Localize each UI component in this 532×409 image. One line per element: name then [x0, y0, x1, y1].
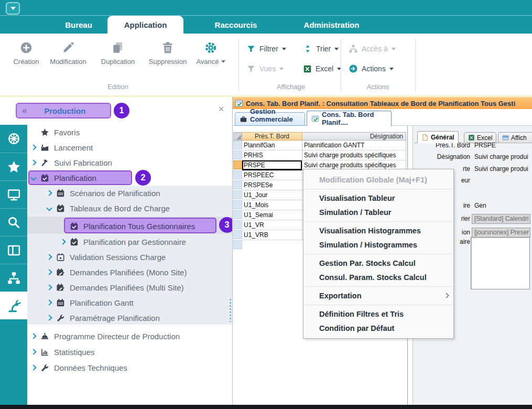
close-icon[interactable]: × — [215, 103, 227, 115]
chevron-right-icon[interactable] — [30, 364, 36, 370]
modification-button[interactable]: Modification — [45, 41, 92, 66]
menu-item-modification-globale[interactable]: Modification Globale (Maj+F1) — [303, 173, 453, 187]
cell-code[interactable]: U1_VRB — [242, 230, 302, 240]
tree-item-lancement[interactable]: Lancement — [27, 141, 232, 154]
tree-item-planification-gantt[interactable]: Planification Gantt — [27, 296, 232, 309]
select-all-cell[interactable] — [233, 132, 242, 141]
sidebar-item-desktop[interactable] — [0, 180, 27, 208]
row-selector[interactable] — [233, 180, 242, 189]
scrollbar[interactable] — [230, 299, 231, 322]
acces-a-button[interactable]: Accès à — [349, 43, 396, 55]
chevron-right-icon[interactable] — [46, 284, 52, 290]
cell-code[interactable]: U1_Mois — [242, 200, 302, 210]
app-logo-button[interactable] — [6, 2, 20, 15]
cell-code[interactable]: PRSPESe — [242, 180, 302, 190]
tree-item-tableaux-bord-charge[interactable]: Tableaux de Bord de Charge — [27, 201, 232, 215]
cell-code[interactable]: PRHIS — [242, 150, 302, 160]
chevron-down-icon[interactable] — [46, 205, 52, 211]
suppression-button[interactable]: Suppression — [144, 41, 191, 66]
tree-item-parametrage-planification[interactable]: Paramétrage Planification — [27, 311, 232, 325]
cell-code-selected[interactable]: PRSPE — [242, 160, 302, 170]
menu-item-simulation-histogrammes[interactable]: Simulation / Histogrammes — [303, 238, 453, 252]
chevron-right-icon[interactable] — [46, 315, 52, 320]
tab-raccourcis[interactable]: Raccourcis — [202, 16, 270, 34]
sidebar-item-favorites[interactable] — [0, 153, 27, 180]
chevron-right-icon[interactable] — [30, 333, 36, 339]
production-header-button[interactable]: « Production — [16, 103, 111, 119]
tree-item-demandes-planifiees-mono[interactable]: Demandes Planifiées (Mono Site) — [27, 265, 232, 279]
menu-item-visualisation-tableur[interactable]: Visualisation Tableur — [303, 191, 453, 205]
actions-button[interactable]: Actions — [349, 63, 394, 74]
cell-code[interactable]: PlannifGan — [242, 141, 302, 150]
row-selector[interactable] — [233, 220, 242, 229]
row-selector[interactable] — [233, 190, 242, 199]
chevron-right-icon[interactable] — [46, 190, 52, 196]
menu-item-visualisation-histogrammes[interactable]: Visualisation Histogrammes — [303, 223, 453, 238]
tab-gestion-commerciale[interactable]: Gestion Commerciale ... — [235, 112, 305, 126]
row-selector[interactable] — [233, 230, 242, 239]
tree-item-validation-sessions-charge[interactable]: Validation Sessions Charge — [27, 250, 232, 264]
chevron-right-icon[interactable] — [46, 299, 52, 305]
trier-button[interactable]: Trier — [303, 43, 339, 55]
cell-designation[interactable]: Suivi charge produits spécifiques — [302, 150, 406, 160]
chevron-right-icon[interactable] — [46, 269, 52, 275]
tab-bureau[interactable]: Bureau — [50, 16, 107, 34]
cell-code[interactable]: U1_VR — [242, 220, 302, 230]
commentaire-textarea[interactable] — [471, 237, 530, 289]
cell-code[interactable]: PRSPEEC — [242, 170, 302, 180]
sidebar-item-windows[interactable] — [0, 236, 27, 264]
filtrer-button[interactable]: Filtrer — [246, 43, 286, 55]
chevron-right-icon[interactable] — [30, 159, 36, 165]
row-selector[interactable] — [233, 150, 242, 159]
row-selector-selected[interactable] — [233, 160, 242, 169]
row-selector[interactable] — [233, 170, 242, 179]
avance-button[interactable]: Avancé — [190, 41, 232, 66]
excel-button[interactable]: Excel — [303, 63, 341, 74]
tree-item-favoris[interactable]: Favoris — [27, 125, 232, 139]
chevron-right-icon[interactable] — [30, 144, 36, 150]
tree-item-scenarios-planification[interactable]: Scénarios de Planification — [27, 186, 232, 200]
creation-button[interactable]: Création — [3, 41, 50, 66]
chevron-down-icon — [279, 68, 284, 72]
menu-separator — [305, 286, 452, 287]
menu-item-consul-param-stocks[interactable]: Consul. Param. Stocks Calcul — [303, 270, 453, 284]
collapse-chevrons-icon[interactable]: « — [22, 105, 27, 116]
row-selector[interactable] — [233, 240, 242, 249]
row-selector[interactable] — [233, 210, 242, 219]
sidebar-item-production[interactable] — [0, 292, 27, 319]
sidebar-item-hierarchy[interactable] — [0, 264, 27, 292]
tab-cons-tab-bord-planif[interactable]: Cons. Tab. Bord Planif.... — [307, 111, 392, 126]
sidebar-item-search[interactable] — [0, 208, 27, 236]
sidebar-item-modules[interactable] — [0, 125, 27, 153]
tree-item-planification[interactable]: Planification — [27, 171, 232, 185]
tree-item-donnees-techniques[interactable]: Données Techniques — [27, 361, 232, 374]
chevron-right-icon[interactable] — [60, 239, 66, 244]
row-selector[interactable] — [233, 141, 242, 149]
menu-item-exportation[interactable]: Exportation — [303, 288, 453, 303]
tree-item-demandes-planifiees-multi[interactable]: Demandes Planifiées (Multi Site) — [27, 281, 232, 294]
menu-item-condition-defaut[interactable]: Condition par Défaut — [303, 321, 453, 335]
tree-item-planification-par-gestionnaire[interactable]: Planification par Gestionnaire — [27, 235, 232, 249]
cell-code[interactable]: U1_Semai — [242, 210, 302, 220]
menu-item-definition-filtres[interactable]: Définition Filtres et Tris — [303, 307, 453, 321]
chevron-right-icon[interactable] — [30, 349, 36, 354]
vues-button[interactable]: Vues — [246, 63, 284, 74]
column-header-code[interactable]: Prés.T. Bord — [242, 132, 302, 141]
menu-item-simulation-tableur[interactable]: Simulation / Tableur — [303, 205, 453, 219]
cell-code[interactable]: U1_Jour — [242, 190, 302, 200]
duplication-button[interactable]: Duplication — [94, 41, 142, 66]
tree-item-planification-tous-gestionnaires[interactable]: Planification Tous Gestionnaires — [27, 218, 232, 234]
tab-application[interactable]: Application — [107, 16, 183, 34]
tree-item-programme-directeur[interactable]: Programme Directeur de Production — [27, 329, 232, 343]
tree-item-suivi-fabrication[interactable]: Suivi Fabrication — [27, 156, 232, 169]
tab-administration[interactable]: Administration — [288, 16, 375, 34]
tree-item-statistiques[interactable]: Statistiques — [27, 345, 232, 359]
row-selector[interactable] — [233, 200, 242, 209]
chevron-right-icon[interactable] — [46, 254, 52, 260]
menu-item-gestion-par-stocks[interactable]: Gestion Par. Stocks Calcul — [303, 256, 453, 270]
presentation-input[interactable]: [joursnonex] Preser — [472, 228, 530, 238]
calendrier-input[interactable]: [Standard] Calendri — [472, 214, 530, 224]
cell-designation[interactable]: Plannification GANTT — [302, 141, 406, 150]
detail-tab-general[interactable]: Général — [417, 131, 459, 143]
column-header-designation[interactable]: Désignation — [302, 132, 406, 141]
